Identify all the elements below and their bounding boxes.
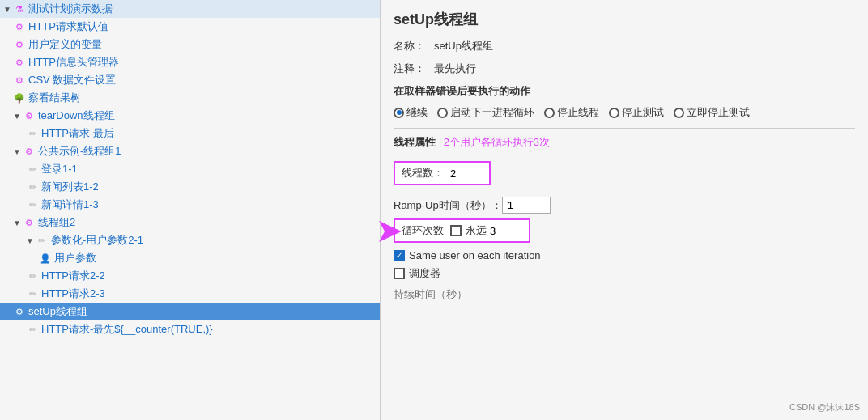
gear-icon-thread2: ⚙ <box>23 216 36 229</box>
tree-label-http-default: HTTP请求默认值 <box>28 19 108 34</box>
thread-count-label: 线程数： <box>402 166 444 180</box>
radio-start-next[interactable]: 启动下一进程循环 <box>437 105 534 120</box>
right-panel: setUp线程组 名称： setUp线程组 注释： 最先执行 在取样器错误后要执… <box>381 0 868 420</box>
error-action-radios: 继续 启动下一进程循环 停止线程 停止测试 立即停止测试 <box>394 105 855 120</box>
tree-item-http-last[interactable]: ✏ HTTP请求-最后 <box>0 125 380 142</box>
thread-count-input[interactable] <box>450 168 483 180</box>
radio-stop-thread-label: 停止线程 <box>557 105 599 120</box>
radio-start-next-label: 启动下一进程循环 <box>450 105 534 120</box>
tree-item-teardown[interactable]: ▼ ⚙ tearDown线程组 <box>0 107 380 125</box>
pencil-icon-4: ✏ <box>26 198 39 211</box>
gear-icon-2: ⚙ <box>13 38 26 51</box>
tree-label-http-2-2: HTTP请求2-2 <box>41 269 105 283</box>
radio-stop-test-circle <box>609 108 619 118</box>
pencil-icon-7: ✏ <box>26 287 39 300</box>
arrow-teardown: ▼ <box>13 112 21 121</box>
tree-label-thread2: 线程组2 <box>38 215 75 230</box>
tree-icon: 🌳 <box>13 91 26 104</box>
tree-item-http-2-2[interactable]: ✏ HTTP请求2-2 <box>0 267 380 285</box>
radio-stop-now[interactable]: 立即停止测试 <box>674 105 750 120</box>
loop-forever-checkbox[interactable] <box>450 225 462 236</box>
tree-label-login: 登录1-1 <box>41 162 78 176</box>
ramp-up-row: Ramp-Up时间（秒）： <box>394 197 855 214</box>
gear-icon-1: ⚙ <box>13 20 26 33</box>
tree-label-result: 察看结果树 <box>28 91 81 105</box>
ramp-up-label: Ramp-Up时间（秒）： <box>394 198 502 213</box>
radio-stop-test[interactable]: 停止测试 <box>609 105 664 120</box>
thread-count-box: 线程数： <box>394 161 491 185</box>
same-user-label: Same user on each iteration <box>409 249 541 261</box>
comment-label: 注释： <box>394 62 434 76</box>
tree-item-news-list[interactable]: ✏ 新闻列表1-2 <box>0 178 380 196</box>
scheduler-checkbox[interactable] <box>394 268 405 279</box>
radio-continue[interactable]: 继续 <box>394 105 428 120</box>
same-user-checkbox[interactable] <box>394 250 405 261</box>
ramp-up-input[interactable] <box>502 197 551 214</box>
tree-item-setup-group[interactable]: ⚙ setUp线程组 <box>0 303 380 320</box>
scheduler-label: 调度器 <box>409 266 440 281</box>
tree-item-thread-group2[interactable]: ▼ ⚙ 线程组2 <box>0 214 380 231</box>
arrow-param: ▼ <box>26 236 34 245</box>
radio-stop-now-circle <box>674 108 684 118</box>
tree-label-news-detail: 新闻详情1-3 <box>41 197 99 212</box>
thread-props-section: 线程属性 2个用户各循环执行3次 <box>394 128 855 150</box>
tree-item-param-user[interactable]: ▼ ✏ 参数化-用户参数2-1 <box>0 231 380 249</box>
gear-icon-3: ⚙ <box>13 56 26 69</box>
tree-item-http-2-3[interactable]: ✏ HTTP请求2-3 <box>0 285 380 303</box>
loop-forever-item[interactable]: 永远 <box>450 223 487 238</box>
tree-item-http-header[interactable]: ⚙ HTTP信息头管理器 <box>0 53 380 71</box>
comment-row: 注释： 最先执行 <box>394 62 855 76</box>
loop-count-input[interactable] <box>490 225 522 237</box>
tree-item-result-tree[interactable]: 🌳 察看结果树 <box>0 89 380 107</box>
tree-label-user-vars: 用户定义的变量 <box>28 37 102 52</box>
name-row: 名称： setUp线程组 <box>394 39 855 53</box>
radio-continue-circle <box>394 108 404 118</box>
tree-label-http-2-3: HTTP请求2-3 <box>41 286 105 301</box>
radio-stop-thread-circle <box>544 108 555 118</box>
gear-icon-4: ⚙ <box>13 74 26 87</box>
pencil-icon-5: ✏ <box>36 234 49 247</box>
tree-item-user-params[interactable]: 👤 用户参数 <box>0 249 380 267</box>
tree-label-teardown: tearDown线程组 <box>38 108 115 123</box>
tree-label-http-last: HTTP请求-最后 <box>41 126 114 141</box>
tree-item-news-detail[interactable]: ✏ 新闻详情1-3 <box>0 196 380 214</box>
gear-icon-teardown: ⚙ <box>23 109 36 122</box>
name-value: setUp线程组 <box>434 39 493 53</box>
tree-item-login[interactable]: ✏ 登录1-1 <box>0 160 380 178</box>
pencil-icon-2: ✏ <box>26 163 39 176</box>
flask-icon: ⚗ <box>13 2 26 15</box>
arrow-thread2: ▼ <box>13 218 21 227</box>
same-user-item[interactable]: Same user on each iteration <box>394 249 855 261</box>
error-section-title: 在取样器错误后要执行的动作 <box>394 84 855 99</box>
loop-label: 循环次数 <box>402 223 444 238</box>
tree-item-user-vars[interactable]: ⚙ 用户定义的变量 <box>0 36 380 53</box>
gear-icon-public: ⚙ <box>23 145 36 158</box>
arrow-public: ▼ <box>13 147 21 156</box>
pencil-icon-1: ✏ <box>26 127 39 140</box>
user-icon: 👤 <box>39 252 52 265</box>
tree-item-csv[interactable]: ⚙ CSV 数据文件设置 <box>0 71 380 89</box>
arrow-root: ▼ <box>3 5 11 14</box>
duration-row: 持续时间（秒） <box>394 287 855 302</box>
pencil-icon-8: ✏ <box>26 323 39 336</box>
tree-label-http-first: HTTP请求-最先${__counter(TRUE,)} <box>41 322 213 337</box>
tree-item-root[interactable]: ▼ ⚗ 测试计划演示数据 <box>0 0 380 18</box>
tree-label-root: 测试计划演示数据 <box>28 2 113 16</box>
scheduler-item[interactable]: 调度器 <box>394 266 855 281</box>
thread-props-annotation: 2个用户各循环执行3次 <box>444 136 550 148</box>
tree-item-http-default[interactable]: ⚙ HTTP请求默认值 <box>0 18 380 36</box>
radio-stop-thread[interactable]: 停止线程 <box>544 105 599 120</box>
comment-value: 最先执行 <box>434 62 476 76</box>
name-label: 名称： <box>394 39 434 53</box>
pencil-icon-6: ✏ <box>26 269 39 282</box>
tree-label-param-user: 参数化-用户参数2-1 <box>51 233 143 248</box>
tree-item-public-group[interactable]: ▼ ⚙ 公共示例-线程组1 <box>0 142 380 160</box>
tree-item-http-first[interactable]: ✏ HTTP请求-最先${__counter(TRUE,)} <box>0 320 380 338</box>
loop-count-box: 循环次数 永远 <box>394 218 530 243</box>
tree-label-public: 公共示例-线程组1 <box>38 144 121 159</box>
duration-label: 持续时间（秒） <box>394 287 499 302</box>
tree-label-csv: CSV 数据文件设置 <box>28 73 116 87</box>
tree-label-setup: setUp线程组 <box>28 304 87 319</box>
tree-label-user-params: 用户参数 <box>54 251 96 265</box>
tree-label-news-list: 新闻列表1-2 <box>41 180 99 194</box>
